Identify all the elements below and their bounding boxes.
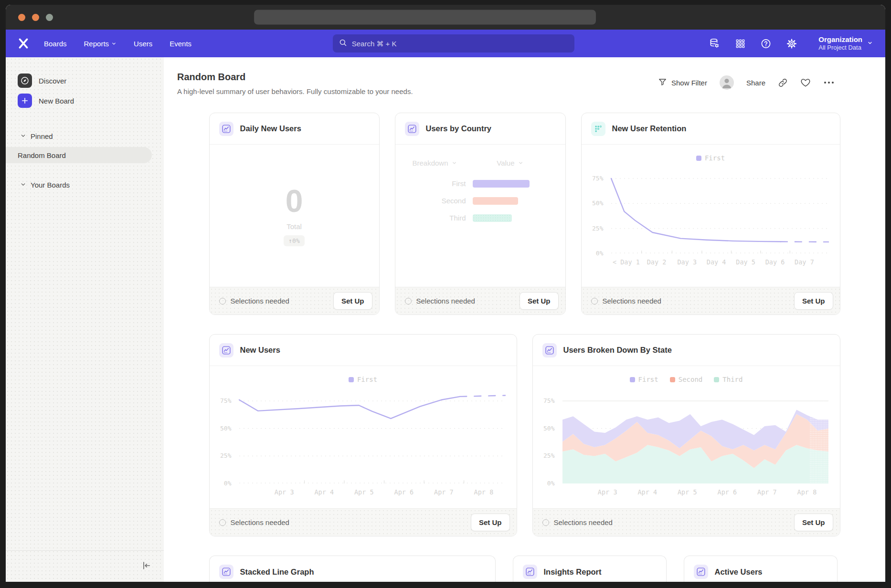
value-dropdown[interactable]: Value xyxy=(497,159,523,167)
search-input[interactable] xyxy=(352,40,569,48)
share-button[interactable]: Share xyxy=(746,79,765,87)
sidebar-item-random-board[interactable]: Random Board xyxy=(6,147,152,163)
board-header: Random Board A high-level summary of use… xyxy=(164,57,885,95)
card-footer: Selections needed Set Up xyxy=(395,287,565,315)
settings-gear-icon[interactable] xyxy=(786,38,797,49)
y-axis-labels: 75%50%25%0% xyxy=(585,168,607,253)
sidebar-item-discover[interactable]: Discover xyxy=(6,71,164,91)
y-tick-label: 50% xyxy=(592,200,603,207)
sidebar-footer xyxy=(6,550,164,582)
set-up-button[interactable]: Set Up xyxy=(333,292,372,310)
breakdown-row: Third xyxy=(395,214,565,222)
card-title: Stacked Line Graph xyxy=(240,567,314,577)
legend-label: Third xyxy=(722,376,742,383)
legend-swatch xyxy=(696,156,701,161)
global-search[interactable] xyxy=(333,34,574,52)
breakdown-dropdown[interactable]: Breakdown xyxy=(413,159,457,167)
url-bar[interactable] xyxy=(254,10,596,25)
breakdown-bar xyxy=(473,180,530,188)
nav-item-label: Users xyxy=(134,40,152,48)
favorite-heart-icon[interactable] xyxy=(800,77,811,88)
share-label: Share xyxy=(746,79,765,87)
mixpanel-logo-icon[interactable] xyxy=(17,37,33,50)
legend-swatch xyxy=(349,377,354,382)
legend-item[interactable]: First xyxy=(630,376,658,383)
chevron-down-icon xyxy=(111,41,117,46)
card-header: New Users xyxy=(210,335,517,366)
org-project: All Project Data xyxy=(818,44,862,52)
stacked-area-chart: FirstSecondThird 75%50%25%0% Apr 3Apr 4A… xyxy=(533,366,840,508)
copy-link-icon[interactable] xyxy=(778,78,788,88)
nav-item-events[interactable]: Events xyxy=(163,36,198,52)
nav-menu: BoardsReportsUsersEvents xyxy=(37,36,198,52)
card-title: Active Users xyxy=(715,567,763,577)
chevron-down-icon xyxy=(20,132,26,140)
y-tick-label: 0% xyxy=(224,480,232,487)
card-footer: Selections needed Set Up xyxy=(533,508,840,536)
search-icon xyxy=(339,38,348,49)
chart-plot-area: 75%50%25%0% xyxy=(562,390,828,483)
card-status: Selections needed xyxy=(554,518,613,526)
line-chart-icon xyxy=(523,565,537,579)
avatar[interactable] xyxy=(720,75,734,90)
card-header: New User Retention xyxy=(582,113,840,145)
x-tick-label: Day 7 xyxy=(795,258,814,266)
legend-item[interactable]: Third xyxy=(714,376,742,383)
breakdown-row-label: Third xyxy=(395,214,466,222)
window-minimize-button[interactable] xyxy=(32,14,39,21)
card-status: Selections needed xyxy=(416,297,475,305)
nav-right-controls: Organization All Project Data xyxy=(709,35,873,52)
card-body: Breakdown Value FirstSecondThird xyxy=(395,145,565,287)
metric-delta-badge: ↑0% xyxy=(284,235,304,246)
legend-label: Second xyxy=(679,376,703,383)
x-tick-label: Apr 7 xyxy=(757,488,777,496)
chevron-down-icon xyxy=(867,39,873,48)
sidebar-section-pinned[interactable]: Pinned xyxy=(6,129,164,143)
breakdown-row: Second xyxy=(395,197,565,205)
card-body: First 75%50%25%0% Apr 3Apr 4Apr 5Apr 6Ap… xyxy=(210,366,517,508)
nav-item-users[interactable]: Users xyxy=(127,36,159,52)
set-up-button[interactable]: Set Up xyxy=(471,514,510,531)
chevron-down-icon xyxy=(20,181,26,189)
card-header: Daily New Users xyxy=(210,113,379,145)
card-footer: Selections needed Set Up xyxy=(582,287,840,315)
legend-item[interactable]: First xyxy=(349,376,377,383)
help-icon[interactable] xyxy=(760,38,772,49)
data-management-icon[interactable] xyxy=(709,38,720,49)
sidebar-section-your-boards[interactable]: Your Boards xyxy=(6,178,164,192)
window-zoom-button[interactable] xyxy=(46,14,53,21)
browser-window: BoardsReportsUsersEvents xyxy=(6,5,885,582)
breakdown-row-label: Second xyxy=(395,197,466,205)
apps-grid-icon[interactable] xyxy=(734,38,746,49)
set-up-button[interactable]: Set Up xyxy=(794,514,833,531)
sidebar-item-new-board[interactable]: New Board xyxy=(6,91,164,111)
x-tick-label: Day 5 xyxy=(736,258,755,266)
card-header: Active Users xyxy=(684,556,837,582)
card-insights-report: Insights Report xyxy=(513,556,667,582)
set-up-button[interactable]: Set Up xyxy=(520,292,559,310)
retention-chart: First 75%50%25%0% < Day 1Day 2Day 3Day 4… xyxy=(582,145,840,287)
collapse-sidebar-icon[interactable] xyxy=(141,560,151,573)
nav-item-reports[interactable]: Reports xyxy=(77,36,124,52)
breakdown-bar xyxy=(473,214,512,222)
show-filter-button[interactable]: Show Filter xyxy=(658,77,707,88)
legend-item[interactable]: Second xyxy=(670,376,703,383)
x-tick-label: Apr 7 xyxy=(434,488,454,496)
x-tick-label: Apr 4 xyxy=(314,488,334,496)
window-close-button[interactable] xyxy=(18,14,25,21)
page-title: Random Board xyxy=(177,72,413,83)
x-tick-label: Day 3 xyxy=(677,258,697,266)
set-up-button[interactable]: Set Up xyxy=(794,292,833,310)
card-header: Insights Report xyxy=(513,556,666,582)
y-tick-label: 75% xyxy=(543,397,554,404)
legend-label: First xyxy=(638,376,658,383)
plus-icon xyxy=(18,94,32,108)
card-footer: Selections needed Set Up xyxy=(210,287,379,315)
nav-item-boards[interactable]: Boards xyxy=(37,36,74,52)
y-tick-label: 50% xyxy=(220,425,231,432)
org-project-selector[interactable]: Organization All Project Data xyxy=(818,35,873,52)
more-options-icon[interactable] xyxy=(823,81,835,84)
card-title: Users Broken Down By State xyxy=(563,346,672,355)
card-status: Selections needed xyxy=(231,518,289,526)
legend-item[interactable]: First xyxy=(696,154,725,162)
